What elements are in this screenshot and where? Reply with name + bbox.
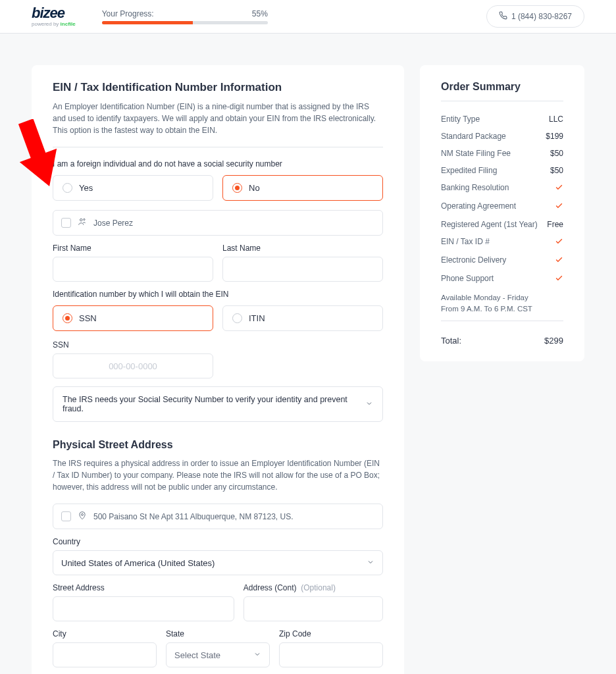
check-icon [555,237,563,247]
copy-name-row[interactable]: Jose Perez [53,210,383,236]
summary-value: $50 [550,166,563,175]
summary-key: Registered Agent (1st Year) [441,220,538,229]
radio-icon [232,313,242,323]
svg-point-1 [80,219,83,221]
street-input[interactable] [53,596,234,621]
summary-title: Order Summary [441,81,563,93]
last-name-label: Last Name [222,244,383,253]
country-select[interactable]: United States of America (United States) [53,550,383,575]
option-label: No [249,183,260,193]
progress-percent: 55% [252,9,268,18]
checkbox[interactable] [61,511,71,521]
logo-subtext: powered by incfile [32,21,76,27]
summary-row: Phone Support [441,270,563,288]
copy-address-text: 500 Paisano St Ne Apt 311 Albuquerque, N… [93,512,294,521]
id-method-question: Identification number by which I will ob… [53,290,383,299]
total-label: Total: [441,336,461,346]
person-icon [78,217,87,228]
ein-title: EIN / Tax Identification Number Informat… [53,81,383,94]
svg-point-3 [82,513,84,515]
last-name-input[interactable] [222,257,383,282]
pin-icon [78,511,87,522]
chevron-down-icon [367,558,374,568]
foreign-no-option[interactable]: No [222,175,383,201]
summary-row: Banking Resolution [441,179,563,197]
foreign-question: I am a foreign individual and do not hav… [53,159,383,168]
address-title: Physical Street Address [53,439,383,451]
check-icon [555,274,563,284]
summary-key: Standard Package [441,132,506,141]
summary-key: EIN / Tax ID # [441,237,490,247]
summary-total: Total: $299 [441,330,563,346]
option-label: Yes [79,183,93,193]
summary-row: Entity TypeLLC [441,111,563,128]
checkbox[interactable] [61,218,71,228]
summary-key: Entity Type [441,115,480,124]
summary-row: Registered Agent (1st Year)Free [441,216,563,233]
logo: bizee powered by incfile [32,6,76,27]
divider [441,321,563,321]
summary-key: Phone Support [441,274,494,284]
city-input[interactable] [53,642,157,667]
summary-value: $50 [550,149,563,158]
itin-option[interactable]: ITIN [222,305,383,331]
check-icon [555,201,563,212]
phone-number: 1 (844) 830-8267 [511,12,572,21]
zip-label: Zip Code [279,629,383,638]
state-placeholder: Select State [174,650,220,660]
first-name-label: First Name [53,244,213,253]
radio-icon [232,183,242,193]
logo-text: bizee [32,5,64,21]
progress-bar [102,21,268,24]
chevron-down-icon [253,650,261,660]
summary-row: Operating Agreement [441,197,563,216]
radio-icon [63,183,72,193]
summary-row: NM State Filing Fee$50 [441,145,563,162]
first-name-input[interactable] [53,257,213,282]
ssn-option[interactable]: SSN [53,305,213,331]
ssn-input[interactable] [53,353,213,378]
phone-icon [499,11,507,22]
city-label: City [53,629,157,638]
ssn-info-expander[interactable]: The IRS needs your Social Security Numbe… [53,386,383,422]
address-desc: The IRS requires a physical address in o… [53,457,383,493]
summary-value: LLC [549,115,563,124]
country-label: Country [53,537,383,546]
option-label: SSN [79,313,97,323]
copy-name-text: Jose Perez [93,219,133,228]
main-form: EIN / Tax Identification Number Informat… [32,65,404,674]
summary-value: Free [547,220,563,229]
copy-address-row[interactable]: 500 Paisano St Ne Apt 311 Albuquerque, N… [53,504,383,529]
summary-value: $199 [546,132,563,141]
chevron-down-icon [365,400,373,409]
svg-point-2 [84,219,85,220]
header: bizee powered by incfile Your Progress: … [0,0,616,34]
summary-row: Electronic Delivery [441,251,563,270]
summary-key: Expedited Filing [441,166,497,175]
summary-key: Electronic Delivery [441,255,506,266]
zip-input[interactable] [279,642,383,667]
street-label: Street Address [53,583,234,592]
state-label: State [166,629,270,638]
summary-key: NM State Filing Fee [441,149,511,158]
order-summary: Order Summary Entity TypeLLCStandard Pac… [420,65,584,361]
progress-label: Your Progress: [102,9,154,18]
support-hours: Available Monday - Friday From 9 A.M. To… [441,292,563,315]
address-cont-label: Address (Cont) (Optional) [244,583,383,592]
check-icon [555,255,563,266]
summary-row: Expedited Filing$50 [441,162,563,179]
phone-button[interactable]: 1 (844) 830-8267 [486,5,584,28]
foreign-yes-option[interactable]: Yes [53,175,213,201]
ssn-info-text: The IRS needs your Social Security Numbe… [63,395,365,413]
divider [53,147,383,147]
address-cont-input[interactable] [244,596,383,621]
summary-row: EIN / Tax ID # [441,233,563,251]
ssn-label: SSN [53,340,213,350]
summary-row: Standard Package$199 [441,128,563,145]
progress-fill [102,21,193,24]
country-value: United States of America (United States) [61,558,215,568]
divider [441,101,563,101]
radio-icon [63,313,72,323]
progress: Your Progress: 55% [102,9,268,24]
state-select[interactable]: Select State [166,642,270,667]
